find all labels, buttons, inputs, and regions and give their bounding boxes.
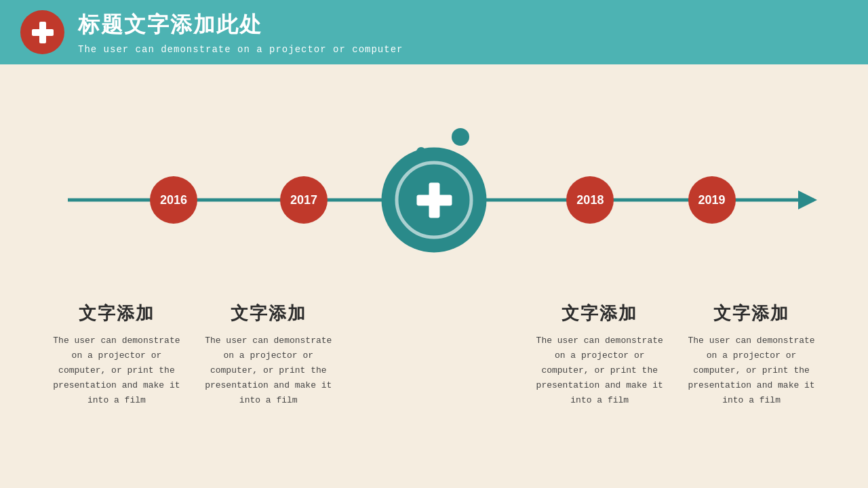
text-col-2: 文字添加 The user can demonstrate on a proje… [193, 302, 344, 408]
svg-rect-3 [416, 195, 452, 205]
header-icon [20, 10, 64, 54]
year-node-2018: 2018 [566, 176, 614, 224]
center-circle-inner [395, 161, 473, 239]
text-col-1: 文字添加 The user can demonstrate on a proje… [41, 302, 193, 408]
text-col-4: 文字添加 The user can demonstrate on a proje… [675, 302, 827, 408]
timeline: 2016 2017 2018 2019 [0, 105, 868, 295]
header-title: 标题文字添加此处 [78, 10, 403, 40]
text-heading-2: 文字添加 [231, 302, 307, 325]
center-circle [382, 148, 487, 253]
text-body-4: The user can demonstrate on a projector … [684, 333, 819, 408]
svg-rect-1 [32, 29, 54, 36]
header: 标题文字添加此处 The user can demonstrate on a p… [0, 0, 868, 64]
text-heading-1: 文字添加 [79, 302, 155, 325]
header-subtitle: The user can demonstrate on a projector … [78, 44, 403, 55]
dot-large [452, 128, 469, 146]
year-node-2017: 2017 [280, 176, 328, 224]
cross-icon [31, 20, 55, 45]
timeline-arrow [798, 190, 817, 209]
year-node-2019: 2019 [688, 176, 736, 224]
text-col-center-spacer [344, 302, 524, 408]
text-col-3: 文字添加 The user can demonstrate on a proje… [524, 302, 675, 408]
text-body-3: The user can demonstrate on a projector … [532, 333, 667, 408]
year-node-2016: 2016 [150, 176, 197, 224]
text-heading-3: 文字添加 [561, 302, 637, 325]
text-sections: 文字添加 The user can demonstrate on a proje… [0, 302, 868, 408]
text-body-1: The user can demonstrate on a projector … [49, 333, 184, 408]
header-text: 标题文字添加此处 The user can demonstrate on a p… [78, 10, 403, 55]
text-heading-4: 文字添加 [713, 302, 789, 325]
text-body-2: The user can demonstrate on a projector … [201, 333, 336, 408]
main-content: 2016 2017 2018 2019 文字添加 The u [0, 64, 868, 488]
center-cross-icon [414, 180, 454, 220]
